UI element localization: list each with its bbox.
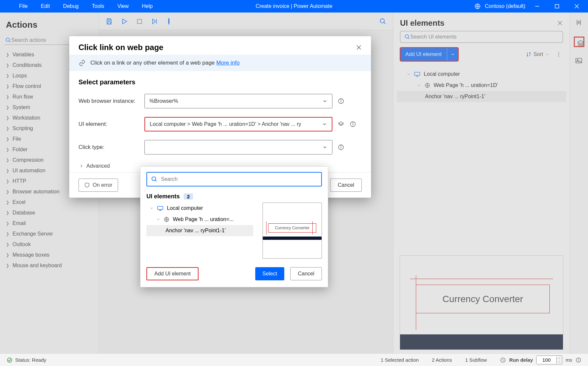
add-ui-element-button[interactable]: Add UI element: [400, 47, 458, 61]
stop-icon[interactable]: [136, 18, 143, 25]
chevron-right-icon: ❯: [6, 147, 9, 152]
menu-file[interactable]: File: [13, 1, 34, 11]
add-ui-element-dropdown[interactable]: [447, 47, 458, 61]
action-category-label: Loops: [13, 73, 27, 79]
svg-rect-43: [158, 206, 163, 210]
ui-elements-search-input[interactable]: [410, 34, 559, 40]
ui-elements-search[interactable]: [400, 31, 563, 43]
chevron-down-icon: [150, 206, 154, 210]
action-category[interactable]: ❯Email: [5, 218, 94, 229]
info-icon[interactable]: [350, 121, 356, 127]
svg-rect-8: [108, 21, 110, 24]
action-category-label: Scripting: [13, 126, 33, 131]
status-bar: Status: Ready 1 Selected action 2 Action…: [0, 353, 588, 366]
ui-elements-tree: Local computer Web Page 'h ... uration=1…: [393, 67, 570, 103]
uielement-dropdown[interactable]: Local computer > Web Page 'h ... uration…: [144, 117, 332, 131]
tenant-name[interactable]: Contoso (default): [485, 3, 525, 9]
picker-count: 2: [184, 193, 193, 200]
step-icon[interactable]: [151, 18, 158, 25]
chevron-right-icon: [79, 164, 84, 168]
action-category-label: Browser automation: [13, 189, 59, 195]
info-icon[interactable]: [338, 144, 344, 151]
dialog-close-icon[interactable]: [356, 44, 362, 50]
delay-spinner[interactable]: [536, 355, 562, 364]
right-rail: [570, 13, 588, 353]
menu-debug[interactable]: Debug: [57, 1, 84, 11]
panel-close-icon[interactable]: [557, 20, 563, 26]
picker-search[interactable]: [146, 172, 322, 186]
info-icon[interactable]: [338, 98, 344, 104]
canvas-search-icon[interactable]: [379, 18, 387, 25]
chevron-right-icon: ❯: [6, 116, 9, 120]
tree-root[interactable]: Local computer: [397, 69, 566, 80]
clock-icon: [500, 357, 506, 363]
action-category-label: Compression: [13, 157, 44, 163]
svg-line-14: [384, 22, 386, 24]
svg-point-17: [405, 35, 409, 38]
picker-select-button[interactable]: Select: [255, 267, 284, 280]
svg-point-41: [152, 177, 156, 181]
clicktype-dropdown[interactable]: [144, 140, 332, 155]
on-error-button[interactable]: On error: [78, 179, 118, 192]
chevron-right-icon: ❯: [6, 95, 9, 99]
close-button[interactable]: [569, 0, 585, 13]
images-rail-icon[interactable]: [575, 57, 583, 65]
menu-edit[interactable]: Edit: [35, 1, 56, 11]
info-icon[interactable]: [575, 357, 581, 363]
chevron-right-icon: ❯: [6, 242, 9, 247]
chevron-up-icon[interactable]: [557, 357, 562, 360]
delay-unit: ms: [566, 357, 572, 363]
picker-page[interactable]: Web Page 'h ... uration=...: [146, 214, 253, 225]
tree-page[interactable]: Web Page 'h ... uration=1D': [397, 80, 566, 91]
chevron-right-icon: ❯: [6, 158, 9, 162]
minimize-button[interactable]: [529, 0, 545, 13]
chevron-down-icon: [545, 52, 549, 56]
svg-point-34: [341, 100, 341, 100]
browser-dropdown[interactable]: %Browser%: [144, 94, 332, 108]
menu-view[interactable]: View: [111, 1, 135, 11]
delay-input[interactable]: [537, 356, 556, 364]
window-title: Create invoice | Power Automate: [256, 3, 332, 9]
tree-root-label: Local computer: [424, 71, 460, 77]
picker-anchor[interactable]: Anchor 'nav ... ryPoint1-1': [146, 225, 253, 236]
action-category-label: HTTP: [13, 178, 26, 184]
tree-anchor[interactable]: Anchor 'nav ... ryPoint1-1': [397, 91, 566, 102]
action-category[interactable]: ❯Mouse and keyboard: [5, 260, 94, 271]
chevron-right-icon: ❯: [6, 105, 9, 110]
maximize-button[interactable]: [549, 0, 565, 13]
shield-icon: [84, 182, 90, 188]
designer-toolbar: [99, 13, 393, 30]
record-icon[interactable]: [166, 18, 170, 24]
browser-value: %Browser%: [149, 98, 178, 104]
more-icon[interactable]: [554, 50, 563, 59]
action-category[interactable]: ❯Excel: [5, 197, 94, 208]
picker-root[interactable]: Local computer: [146, 203, 253, 214]
menu-tools[interactable]: Tools: [86, 1, 110, 11]
ui-elements-rail-icon[interactable]: [575, 38, 583, 46]
action-category[interactable]: ❯Message boxes: [5, 250, 94, 260]
more-info-link[interactable]: More info: [216, 60, 240, 66]
chevron-down-icon: [407, 72, 411, 76]
layers-icon[interactable]: [338, 121, 344, 127]
svg-point-20: [558, 54, 559, 55]
dialog-cancel-button[interactable]: Cancel: [330, 179, 362, 192]
picker-cancel-button[interactable]: Cancel: [290, 267, 322, 280]
picker-search-input[interactable]: [161, 176, 317, 182]
picker-add-button[interactable]: Add UI element: [146, 267, 199, 280]
action-category-label: Flow control: [13, 83, 41, 89]
sort-button[interactable]: Sort: [526, 51, 549, 57]
action-category[interactable]: ❯Outlook: [5, 239, 94, 250]
variables-icon[interactable]: [575, 18, 583, 27]
menu-help[interactable]: Help: [136, 1, 159, 11]
run-icon[interactable]: [121, 18, 128, 25]
action-category[interactable]: ❯Exchange Server: [5, 229, 94, 239]
svg-marker-9: [123, 19, 127, 24]
action-category[interactable]: ❯Database: [5, 208, 94, 218]
chevron-down-icon: [322, 99, 327, 104]
save-icon[interactable]: [106, 18, 113, 25]
chevron-down-icon[interactable]: [557, 360, 562, 363]
action-category-label: Excel: [13, 199, 25, 205]
chevron-down-icon: [156, 217, 160, 221]
status-text: Status: Ready: [15, 357, 46, 363]
dialog-info-text: Click on a link or any other element of …: [90, 60, 216, 66]
